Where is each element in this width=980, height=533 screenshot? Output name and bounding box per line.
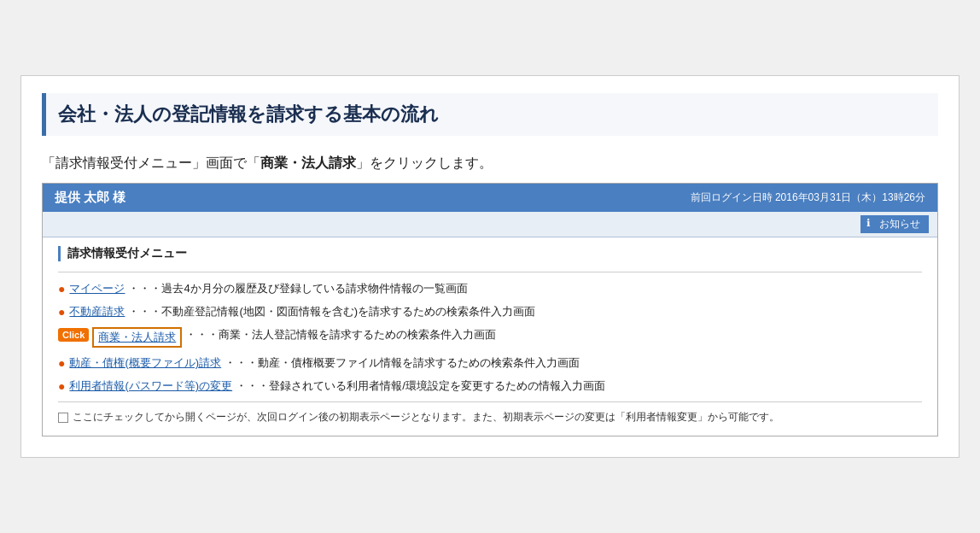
footer-note: ここにチェックしてから開くページが、次回ログイン後の初期表示ページとなります。ま… — [58, 411, 922, 424]
shogyo-link[interactable]: 商業・法人請求 — [92, 327, 182, 348]
dousa-desc: ・・・動産・債権概要ファイル情報を請求するための検索条件入力画面 — [225, 355, 580, 371]
click-badge: Click — [58, 328, 89, 342]
riyousha-link[interactable]: 利用者情報(パスワード等)の変更 — [69, 378, 232, 394]
shogyo-row: Click 商業・法人請求 ・・・商業・法人登記情報を請求するための検索条件入力… — [58, 327, 922, 348]
list-item: ● 利用者情報(パスワード等)の変更 ・・・登録されている利用者情報/環境設定を… — [58, 378, 922, 394]
instruction-highlight: 商業・法人請求 — [260, 155, 356, 170]
instruction-text: 「請求情報受付メニュー」画面で「商業・法人請求」をクリックします。 — [42, 155, 938, 173]
divider-1 — [58, 272, 922, 272]
fudosan-link[interactable]: 不動産請求 — [69, 304, 125, 319]
page-title: 会社・法人の登記情報を請求する基本の流れ — [58, 102, 926, 127]
instruction-prefix: 「請求情報受付メニュー」画面で「 — [42, 155, 260, 170]
shogyo-desc: ・・・商業・法人登記情報を請求するための検索条件入力画面 — [185, 327, 496, 343]
notice-button[interactable]: お知らせ — [860, 215, 929, 233]
dousa-link[interactable]: 動産・債権(概要ファイル)請求 — [69, 355, 221, 371]
list-item: ● マイページ ・・・過去4か月分の履歴及び登録している請求物件情報の一覧画面 — [58, 281, 922, 296]
bullet-icon: ● — [58, 379, 65, 393]
riyousha-desc: ・・・登録されている利用者情報/環境設定を変更するための情報入力画面 — [236, 378, 605, 394]
bullet-icon: ● — [58, 356, 65, 370]
page-title-section: 会社・法人の登記情報を請求する基本の流れ — [42, 93, 938, 136]
instruction-suffix: 」をクリックします。 — [356, 155, 493, 170]
mypage-link[interactable]: マイページ — [69, 281, 125, 296]
divider-2 — [58, 401, 922, 402]
list-item: ● 不動産請求 ・・・不動産登記情報(地図・図面情報を含む)を請求するための検索… — [58, 304, 922, 319]
ui-header: 提供 太郎 様 前回ログイン日時 2016年03月31日（木）13時26分 — [43, 184, 937, 212]
ui-body: 請求情報受付メニュー ● マイページ ・・・過去4か月分の履歴及び登録している請… — [43, 237, 937, 436]
bullet-icon: ● — [58, 305, 65, 319]
ui-top-bar: お知らせ — [43, 212, 937, 237]
fudosan-desc: ・・・不動産登記情報(地図・図面情報を含む)を請求するための検索条件入力画面 — [128, 304, 535, 319]
bullet-icon: ● — [58, 282, 65, 296]
header-login-info: 前回ログイン日時 2016年03月31日（木）13時26分 — [691, 190, 925, 205]
mypage-desc: ・・・過去4か月分の履歴及び登録している請求物件情報の一覧画面 — [128, 281, 467, 296]
footer-note-text: ここにチェックしてから開くページが、次回ログイン後の初期表示ページとなります。ま… — [73, 411, 779, 424]
menu-title: 請求情報受付メニュー — [58, 246, 922, 261]
footer-checkbox[interactable] — [58, 413, 68, 423]
list-item: ● 動産・債権(概要ファイル)請求 ・・・動産・債権概要ファイル情報を請求するた… — [58, 355, 922, 371]
header-user: 提供 太郎 様 — [55, 190, 125, 206]
outer-container: 会社・法人の登記情報を請求する基本の流れ 「請求情報受付メニュー」画面で「商業・… — [20, 75, 960, 458]
ui-panel: 提供 太郎 様 前回ログイン日時 2016年03月31日（木）13時26分 お知… — [42, 183, 938, 436]
